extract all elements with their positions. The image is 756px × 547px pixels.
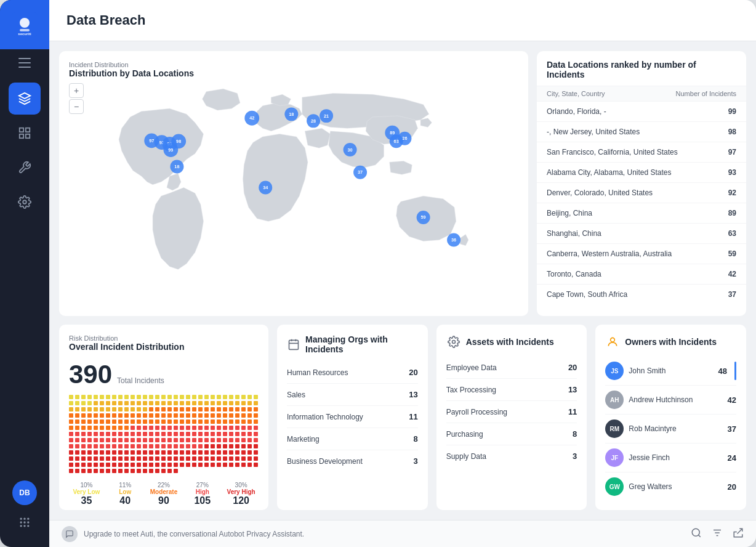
risk-dot xyxy=(69,426,73,430)
map-bubble-36[interactable]: 36 xyxy=(447,233,460,247)
map-bubble-18b[interactable]: 18 xyxy=(284,107,298,121)
map-bubble-21[interactable]: 21 xyxy=(320,109,333,123)
map-bubble-34[interactable]: 34 xyxy=(259,180,272,194)
rankings-row: -, New Jersey, United States98 xyxy=(537,122,746,142)
owner-avatar: GW xyxy=(605,477,624,496)
risk-dot xyxy=(211,444,215,448)
risk-dot xyxy=(235,444,239,448)
zoom-in-button[interactable]: + xyxy=(69,83,84,98)
risk-dot xyxy=(247,401,252,405)
risk-legend-item: 22%Moderate90 xyxy=(147,482,182,506)
risk-dot xyxy=(174,444,178,448)
risk-dot xyxy=(106,463,110,467)
risk-dot xyxy=(161,463,166,467)
map-bubble-18[interactable]: 18 xyxy=(170,160,183,174)
risk-dot xyxy=(247,426,252,430)
risk-dot xyxy=(100,432,104,436)
risk-dot xyxy=(131,450,135,455)
risk-dot xyxy=(94,413,98,418)
sidebar-item-tools[interactable] xyxy=(9,152,41,184)
sidebar-item-settings[interactable] xyxy=(9,186,41,218)
rankings-row: Cape Town, South Africa37 xyxy=(537,285,746,304)
menu-icon[interactable] xyxy=(0,49,49,76)
risk-dot xyxy=(106,407,110,411)
location-count: 89 xyxy=(728,209,736,217)
risk-dot xyxy=(174,413,178,418)
map-bubble-99[interactable]: 99 xyxy=(163,142,178,157)
location-name: Shanghai, China xyxy=(547,229,601,238)
logo[interactable]: securiti xyxy=(0,0,49,49)
risk-dot xyxy=(143,463,147,467)
risk-dot xyxy=(75,469,79,473)
risk-dot xyxy=(247,463,252,467)
risk-dot xyxy=(69,401,73,405)
risk-dot xyxy=(155,426,159,430)
risk-dot xyxy=(131,413,135,418)
risk-dot xyxy=(75,450,79,455)
assets-title: Assets with Incidents xyxy=(466,337,554,347)
risk-dot xyxy=(241,407,246,411)
risk-dot xyxy=(87,450,92,455)
risk-label: Total Incidents xyxy=(117,376,164,385)
risk-dot xyxy=(167,395,172,399)
risk-dot xyxy=(137,395,141,399)
sidebar-item-dashboard[interactable] xyxy=(9,117,41,149)
risk-dot xyxy=(223,419,227,424)
risk-dot xyxy=(241,395,246,399)
risk-dot xyxy=(75,407,79,411)
risk-dot xyxy=(87,456,92,461)
risk-dot xyxy=(229,450,233,455)
risk-dot xyxy=(75,432,79,436)
apps-icon[interactable] xyxy=(12,510,37,535)
map-bubble-28[interactable]: 28 xyxy=(307,114,320,128)
rankings-row: Toronto, Canada42 xyxy=(537,264,746,285)
map-bubble-59[interactable]: 59 xyxy=(417,211,430,224)
risk-dot xyxy=(106,432,110,436)
location-count: 98 xyxy=(728,128,736,136)
sidebar-item-breach[interactable] xyxy=(9,83,41,115)
risk-dot xyxy=(118,438,123,442)
search-icon[interactable] xyxy=(691,527,702,541)
zoom-out-button[interactable]: − xyxy=(69,99,84,114)
owners-card: Owners with Incidents JS John Smith 48 A… xyxy=(595,325,746,510)
risk-dot xyxy=(180,419,184,424)
risk-dot xyxy=(118,395,123,399)
risk-dot xyxy=(192,444,196,448)
risk-dot xyxy=(143,401,147,405)
risk-dot xyxy=(118,469,123,473)
map-bubble-37[interactable]: 37 xyxy=(353,166,367,179)
bottom-bar: Upgrade to meet Auti, the conversational… xyxy=(49,520,756,547)
svg-line-64 xyxy=(698,535,700,537)
map-bubble-42[interactable]: 42 xyxy=(244,111,259,126)
user-avatar[interactable]: DB xyxy=(12,480,37,505)
assets-icon xyxy=(446,334,461,349)
risk-dot xyxy=(254,413,258,418)
risk-dot xyxy=(192,463,196,467)
map-bubble-30[interactable]: 30 xyxy=(344,143,357,156)
risk-dot xyxy=(161,432,166,436)
risk-dot xyxy=(223,438,227,442)
risk-dot xyxy=(223,444,227,448)
risk-dot xyxy=(241,426,246,430)
sidebar-nav xyxy=(9,76,41,480)
risk-dot xyxy=(131,456,135,461)
map-bubble-63[interactable]: 63 xyxy=(390,134,403,148)
risk-dot xyxy=(69,450,73,455)
risk-dot xyxy=(155,432,159,436)
risk-dot xyxy=(94,456,98,461)
rankings-row: Denver, Colorado, United States92 xyxy=(537,183,746,203)
risk-dot xyxy=(87,432,92,436)
risk-dot xyxy=(211,426,215,430)
filter-icon[interactable] xyxy=(712,527,723,541)
risk-dot xyxy=(118,401,123,405)
risk-dot xyxy=(149,438,153,442)
risk-dot xyxy=(106,450,110,455)
risk-dot xyxy=(229,456,233,461)
svg-point-12 xyxy=(20,518,22,520)
rankings-row: Canberra, Western Australia, Australia59 xyxy=(537,244,746,264)
risk-card: Risk Distribution Overall Incident Distr… xyxy=(59,325,268,510)
share-icon[interactable] xyxy=(733,527,744,541)
risk-dot xyxy=(69,444,73,448)
risk-dot xyxy=(87,395,92,399)
risk-dot xyxy=(112,395,116,399)
